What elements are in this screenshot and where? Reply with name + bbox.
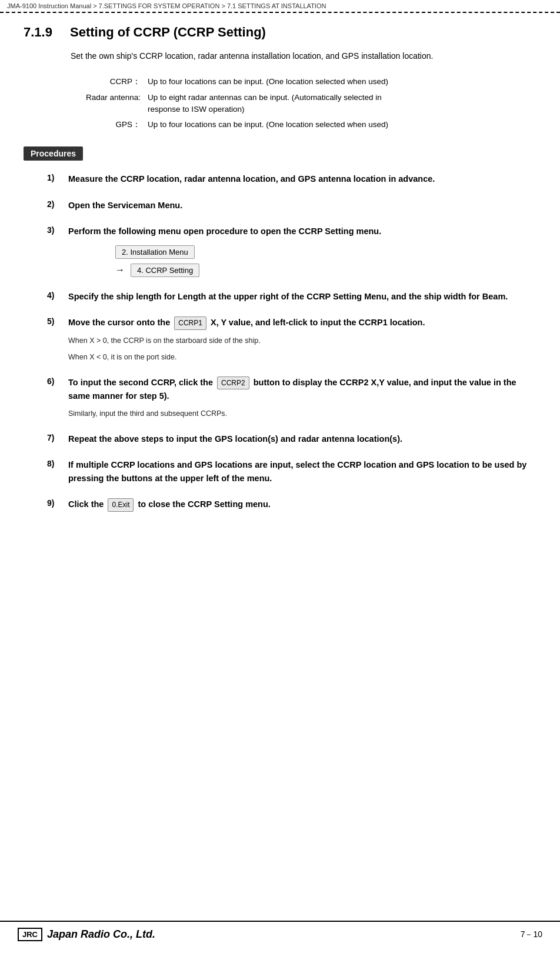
info-row-gps: GPS： Up to four locations can be input. … [82,117,392,132]
step-4: 4) Specify the ship length for Length at… [47,290,536,303]
jrc-label: JRC [18,928,42,941]
section-title: 7.1.9 Setting of CCRP (CCRP Setting) [24,25,536,40]
page-number: 7－10 [521,929,542,940]
arrow-icon: → [115,265,125,275]
step-2: 2) Open the Serviceman Menu. [47,199,536,212]
step-1: 1) Measure the CCRP location, radar ante… [47,172,536,185]
step-6: 6) To input the second CCRP, click the C… [47,376,536,419]
ccrp-setting-box[interactable]: 4. CCRP Setting [131,264,199,277]
step6-note: Similarly, input the third and subsequen… [68,408,536,419]
steps-list: 1) Measure the CCRP location, radar ante… [47,172,536,511]
info-row-ccrp: CCRP： Up to four locations can be input.… [82,74,392,89]
intro-paragraph: Set the own ship's CCRP location, radar … [71,49,536,62]
procedures-label: Procedures [24,146,83,161]
menu-box-container: 2. Installation Menu → 4. CCRP Setting [115,245,536,277]
company-name: Japan Radio Co., Ltd. [47,928,155,941]
footer: JRC Japan Radio Co., Ltd. 7－10 [0,921,560,941]
step-9: 9) Click the 0.Exit to close the CCRP Se… [47,498,536,511]
step-7: 7) Repeat the above steps to input the G… [47,432,536,445]
step-3: 3) Perform the following menu open proce… [47,225,536,276]
info-row-radar: Radar antenna: Up to eight radar antenna… [82,90,392,118]
step-5: 5) Move the cursor onto the CCRP1 X, Y v… [47,316,536,362]
ccrp1-button[interactable]: CCRP1 [174,316,206,330]
step5-note2: When X < 0, it is on the port side. [68,351,536,363]
breadcrumb: JMA-9100 Instruction Manual > 7.SETTINGS… [0,0,560,13]
ccrp2-button[interactable]: CCRP2 [217,376,249,390]
main-content: 7.1.9 Setting of CCRP (CCRP Setting) Set… [0,13,560,548]
footer-logo: JRC Japan Radio Co., Ltd. [18,928,155,941]
exit-button[interactable]: 0.Exit [108,498,134,512]
menu-arrow-row: → 4. CCRP Setting [115,264,536,277]
step5-note1: When X > 0, the CCRP is on the starboard… [68,335,536,346]
step-8: 8) If multiple CCRP locations and GPS lo… [47,458,536,485]
info-table: CCRP： Up to four locations can be input.… [82,74,392,132]
installation-menu-box[interactable]: 2. Installation Menu [115,245,536,259]
